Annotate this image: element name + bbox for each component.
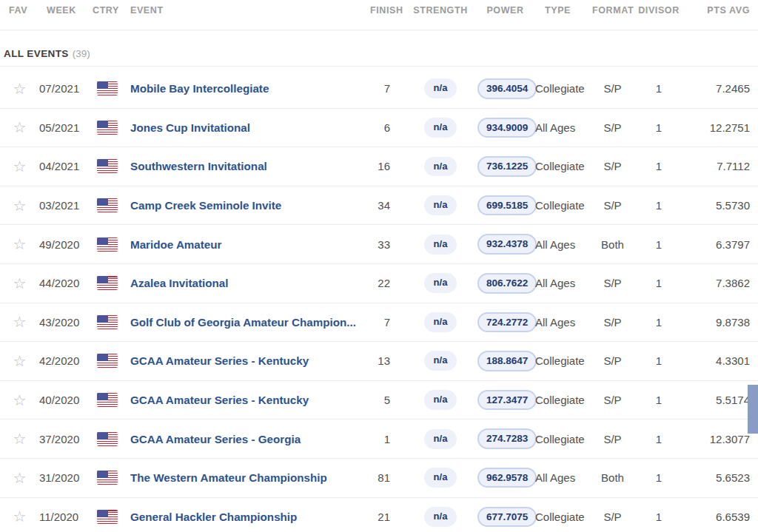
power-badge[interactable]: 934.9009 [477,118,537,138]
week-cell: 42/2020 [39,354,93,367]
favorite-star-icon[interactable]: ☆ [13,198,27,213]
favorite-star-icon[interactable]: ☆ [13,159,27,174]
finish-cell: 16 [370,160,403,172]
divisor-cell: 1 [633,511,685,523]
format-cell: S/P [592,160,633,172]
event-link[interactable]: GCAA Amateur Series - Kentucky [130,394,360,406]
divisor-cell: 1 [633,199,685,212]
us-flag-icon [97,510,118,524]
type-cell: All Ages [533,277,592,289]
power-badge[interactable]: 274.7283 [477,428,537,449]
table-row: ☆ 49/2020 Maridoe Amateur 33 n/a 932.437… [0,225,758,264]
week-cell: 03/2021 [39,199,93,212]
power-badge[interactable]: 806.7622 [477,273,537,294]
favorite-star-icon[interactable]: ☆ [13,431,27,446]
us-flag-icon [97,393,118,407]
finish-cell: 1 [370,433,403,445]
format-cell: S/P [592,511,633,523]
favorite-star-icon[interactable]: ☆ [13,509,27,524]
divisor-cell: 1 [633,277,685,289]
column-header-finish[interactable]: FINISH [370,5,403,16]
power-badge[interactable]: 396.4054 [477,78,537,99]
column-header-format[interactable]: FORMAT [592,5,633,16]
event-link[interactable]: Camp Creek Seminole Invite [130,199,360,212]
divisor-cell: 1 [633,238,685,251]
event-link[interactable]: GCAA Amateur Series - Georgia [130,433,360,445]
week-cell: 43/2020 [39,316,93,329]
column-header-fav[interactable]: FAV [0,5,39,16]
column-header-ctry[interactable]: CTRY [93,5,130,16]
event-link[interactable]: Jones Cup Invitational [130,121,360,134]
type-cell: Collegiate [533,82,592,95]
type-cell: All Ages [533,316,592,329]
divisor-cell: 1 [633,394,685,406]
pts-avg-cell: 12.3077 [685,433,758,445]
strength-badge: n/a [424,157,457,177]
event-link[interactable]: Southwestern Invitational [130,160,360,172]
section-title: ALL EVENTS [4,48,69,59]
favorite-star-icon[interactable]: ☆ [13,393,27,408]
favorite-star-icon[interactable]: ☆ [13,314,27,329]
column-header-week[interactable]: WEEK [39,5,93,16]
type-cell: Collegiate [533,354,592,367]
finish-cell: 6 [370,121,403,134]
pts-avg-cell: 9.8738 [685,316,758,329]
divisor-cell: 1 [633,121,685,134]
favorite-star-icon[interactable]: ☆ [13,276,27,291]
power-badge[interactable]: 677.7075 [477,507,537,528]
power-badge[interactable]: 932.4378 [477,234,537,255]
week-cell: 44/2020 [39,277,93,289]
power-badge[interactable]: 736.1225 [477,156,537,177]
power-badge[interactable]: 724.2772 [477,312,537,333]
us-flag-icon [97,159,118,173]
divisor-cell: 1 [633,316,685,329]
power-badge[interactable]: 962.9578 [477,468,537,488]
us-flag-icon [97,121,118,135]
column-header-strength[interactable]: STRENGTH [403,5,477,16]
format-cell: S/P [592,354,633,367]
event-link[interactable]: Mobile Bay Intercollegiate [130,82,360,95]
power-badge[interactable]: 699.5185 [477,195,537,216]
column-header-event[interactable]: EVENT [130,5,370,16]
strength-badge: n/a [424,507,457,527]
strength-badge: n/a [424,468,457,488]
column-header-pts-avg[interactable]: PTS AVG [685,5,758,16]
finish-cell: 34 [370,199,403,212]
event-link[interactable]: GCAA Amateur Series - Kentucky [130,354,360,367]
table-row: ☆ 44/2020 Azalea Invitational 22 n/a 806… [0,264,758,303]
divisor-cell: 1 [633,160,685,172]
format-cell: S/P [592,199,633,212]
finish-cell: 5 [370,394,403,406]
favorite-star-icon[interactable]: ☆ [13,237,27,252]
event-link[interactable]: General Hackler Championship [130,511,360,523]
us-flag-icon [97,315,118,329]
type-cell: Collegiate [533,160,592,172]
event-link[interactable]: The Western Amateur Championship [130,471,360,484]
finish-cell: 21 [370,511,403,523]
format-cell: Both [592,471,633,484]
favorite-star-icon[interactable]: ☆ [13,81,27,96]
column-header-type[interactable]: TYPE [533,5,592,16]
week-cell: 11/2020 [39,511,93,523]
us-flag-icon [97,81,118,95]
table-row: ☆ 11/2020 General Hackler Championship 2… [0,498,758,532]
column-header-divisor[interactable]: DIVISOR [633,5,685,16]
strength-badge: n/a [424,312,457,332]
scrollbar-thumb[interactable] [748,385,758,434]
favorite-star-icon[interactable]: ☆ [13,471,27,485]
week-cell: 37/2020 [39,433,93,445]
us-flag-icon [97,276,118,290]
type-cell: All Ages [533,121,592,134]
favorite-star-icon[interactable]: ☆ [13,120,27,135]
us-flag-icon [97,471,118,485]
power-badge[interactable]: 188.8647 [477,351,537,371]
power-badge[interactable]: 127.3477 [477,390,537,411]
table-row: ☆ 40/2020 GCAA Amateur Series - Kentucky… [0,381,758,420]
event-link[interactable]: Maridoe Amateur [130,238,360,251]
finish-cell: 22 [370,277,403,289]
event-link[interactable]: Azalea Invitational [130,277,360,289]
column-header-power[interactable]: POWER [477,5,533,16]
strength-badge: n/a [424,351,457,371]
event-link[interactable]: Golf Club of Georgia Amateur Champion... [130,316,360,329]
favorite-star-icon[interactable]: ☆ [13,354,27,368]
